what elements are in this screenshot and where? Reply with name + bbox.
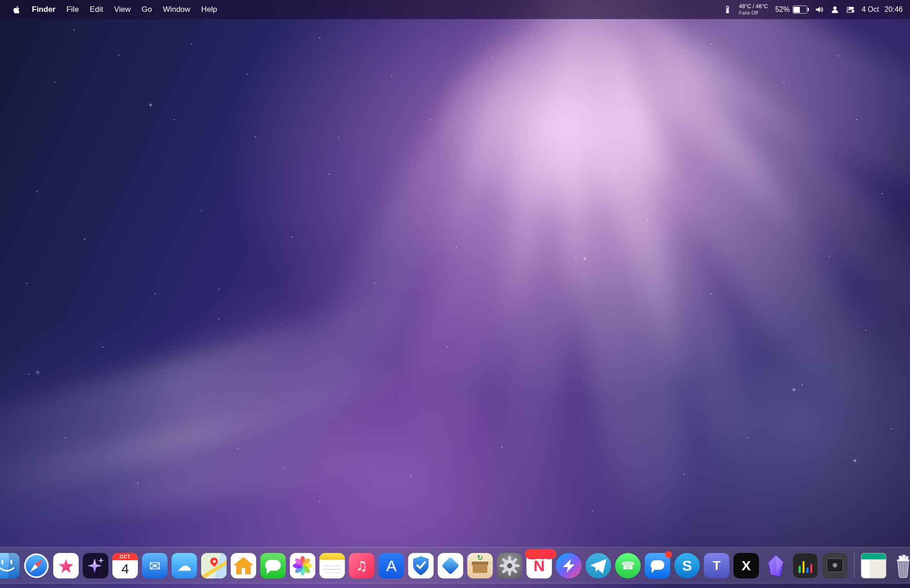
dock-icon-weather-cloud[interactable]: ☁ [172,553,197,578]
dock-icon-home[interactable] [231,553,256,578]
notes-lines [323,563,341,576]
notes-yellow-band [319,553,345,560]
dock-icon-uninstaller-box[interactable]: ↻ [467,553,493,578]
teams-t-glyph: T [713,558,720,573]
temperature-value: 48°C / 46°C [739,4,768,10]
dock-icon-notes[interactable] [319,553,345,578]
dock-icon-skype[interactable]: S [674,553,700,578]
dock-icon-music[interactable]: ♫ [349,553,374,578]
box-icon [473,564,487,573]
clock[interactable]: 4 Oct 20:46 [862,5,903,14]
menu-help[interactable]: Help [196,0,222,19]
shield-icon [408,553,434,578]
trash-can-icon [890,553,910,578]
thermometer-icon[interactable] [723,5,732,14]
speech-bubble-icon [265,560,281,571]
battery-icon [793,5,807,14]
menu-go[interactable]: Go [136,0,157,19]
calendar-day-number: 4 [112,560,138,578]
diamond-icon [441,557,460,575]
battery-status[interactable]: 52% [775,5,807,14]
apple-menu-icon[interactable] [6,6,26,14]
recycle-arrow-icon: ↻ [467,553,493,562]
sparkle-icon [83,553,108,578]
calendar-month-label: OCT [112,553,138,560]
house-icon [231,553,256,578]
menu-file[interactable]: File [61,0,84,19]
paper-plane-icon [586,553,611,578]
music-note-icon: ♫ [356,558,367,573]
menu-bar-left: Finder File Edit View Go Window Help [0,0,222,19]
dock-icon-whatsapp[interactable]: ☎ [615,553,641,578]
dock-icon-messenger[interactable] [556,553,581,578]
notification-badge: 149 [525,549,556,559]
dock-icon-calendar[interactable]: OCT 4 [112,553,138,578]
dock-icon-news[interactable]: 149 N [526,553,552,578]
dock-icon-x-twitter[interactable]: X [733,553,759,578]
dock-minimized-window[interactable] [861,553,886,578]
pink-star-icon [53,553,79,578]
menu-view[interactable]: View [109,0,136,19]
gear-icon [497,553,522,578]
battery-percent: 52% [775,5,790,14]
menu-window[interactable]: Window [157,0,196,19]
crystal-gem-icon [763,553,789,578]
menu-date: 4 Oct [862,5,879,14]
speech-bubble-icon [651,560,664,570]
apple-logo-icon [13,6,20,14]
menu-app-name[interactable]: Finder [26,0,61,19]
speech-bubble-tail [267,570,271,574]
phone-icon: ☎ [621,559,635,572]
temperature-status[interactable]: 48°C / 46°C Fans Off [739,4,768,15]
dock-icon-app-store[interactable]: A [379,553,404,578]
finder-face-icon [0,553,20,578]
fan-status: Fans Off [739,10,768,16]
window-sidebar [861,559,870,578]
compass-icon [24,553,49,578]
skype-s-glyph: S [682,558,692,574]
dock-icon-safari[interactable] [24,553,49,578]
menu-bar-status: 48°C / 46°C Fans Off 52% 4 Oct 20:46 [723,4,910,15]
cloud-icon: ☁ [177,557,192,574]
user-account-icon[interactable] [831,5,839,14]
pinwheel-icon [290,553,315,578]
graph-bars-icon [799,561,812,573]
control-center-icon[interactable] [846,5,854,14]
envelope-icon: ✉ [149,558,160,574]
dock-icon-finder[interactable] [0,553,20,578]
dock-icon-dark-media-app[interactable] [822,553,848,578]
dock-icon-system-settings[interactable] [497,553,522,578]
dock-icon-telegram[interactable] [586,553,611,578]
menu-bar: Finder File Edit View Go Window Help 48°… [0,0,910,19]
dock-icon-sparkle-app[interactable] [83,553,108,578]
dock-icon-shield-security[interactable] [408,553,434,578]
dock-icon-teams[interactable]: T [704,553,729,578]
dock-icon-pink-star-app[interactable] [53,553,79,578]
dock: OCT 4 ✉ ☁ [0,547,910,583]
menu-time: 20:46 [885,5,903,14]
dock-icon-mail[interactable]: ✉ [142,553,167,578]
window-titlebar [861,553,886,559]
desktop-wallpaper[interactable] [0,0,910,588]
volume-icon[interactable] [814,5,824,14]
dock-icon-maps[interactable] [201,553,227,578]
dock-icon-system-monitor[interactable] [793,553,818,578]
lens-dot-icon [833,563,837,568]
dock-icon-photos[interactable] [290,553,315,578]
x-glyph: X [742,558,751,573]
dock-icon-messages[interactable] [260,553,286,578]
dock-icon-trash[interactable] [890,553,910,578]
app-store-a-glyph: A [386,557,397,575]
menu-edit[interactable]: Edit [84,0,108,19]
lightning-bolt-icon [556,553,581,578]
notification-badge-dot [665,551,672,558]
speech-bubble-tail [652,569,656,573]
dock-icon-diamond-app[interactable] [438,553,463,578]
dock-icon-obsidian[interactable] [763,553,789,578]
dock-icon-chat[interactable] [645,553,670,578]
dock-separator [854,552,854,578]
